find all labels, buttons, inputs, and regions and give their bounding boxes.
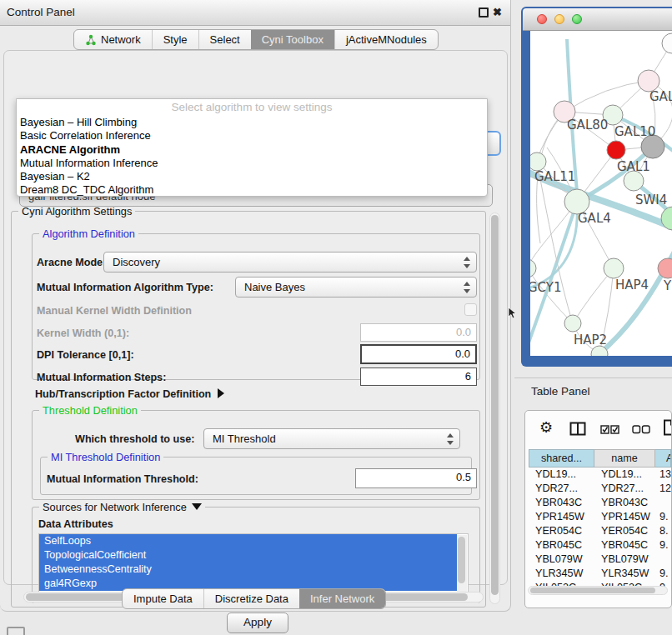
split-columns-icon[interactable] (569, 422, 586, 436)
dpi-tolerance-field[interactable]: 0.0 (360, 344, 477, 364)
tab-network[interactable]: Network (74, 30, 152, 49)
network-node-label: HAP4 (615, 278, 649, 292)
algorithm-option[interactable]: ARACNE Algorithm (20, 143, 484, 157)
table-row[interactable]: YPR145WYPR145W9. (529, 510, 671, 524)
algorithm-option[interactable]: Mutual Information Inference (20, 157, 484, 170)
table-row[interactable]: YBR043CYBR043C (529, 496, 671, 510)
tab-label: jActiveMNodules (346, 33, 427, 46)
cell-name: YBR043C (594, 496, 655, 510)
data-attributes-list: SelfLoopsTopologicalCoefficientBetweenne… (38, 533, 469, 593)
cell-shared: YPR145W (529, 510, 594, 524)
column-header-name[interactable]: name (594, 449, 655, 468)
apply-button[interactable]: Apply (227, 612, 288, 633)
stepper-icon (463, 281, 470, 294)
zoom-light-icon[interactable] (572, 14, 582, 24)
kernel-width-label: Kernel Width (0,1): (37, 328, 129, 339)
combo-value: Discovery (113, 256, 160, 268)
network-node-label: GAL11 (534, 169, 575, 184)
which-threshold-combo[interactable]: MI Threshold (203, 428, 460, 449)
settings-vertical-scrollbar[interactable] (489, 212, 500, 604)
network-node-label: GAL80 (567, 118, 608, 132)
network-view-window: GALGAL80GAL10GAL1GAL11SWI4GAL4GCY1HAP4YH… (521, 7, 672, 367)
table-row[interactable]: YLR345WYLR345W9. (529, 567, 671, 581)
table-row[interactable]: YBR045CYBR045C9. (529, 538, 671, 552)
network-node-label: GAL4 (578, 211, 611, 226)
column-header-shared[interactable]: shared... (529, 449, 594, 468)
tab-impute-data[interactable]: Impute Data (123, 589, 203, 608)
cell-name: YER054C (594, 524, 655, 538)
table-header: shared... name A (529, 449, 671, 468)
tab-style[interactable]: Style (152, 30, 198, 49)
page-icon[interactable] (663, 419, 672, 436)
tab-discretize-data[interactable]: Discretize Data (203, 589, 299, 608)
table-row[interactable]: YDL19...YDL19...13 (529, 468, 671, 482)
algorithm-dropdown-list: Select algorithm to view settings Bayesi… (16, 98, 488, 197)
table-row[interactable]: YDR27...YDR27...12 (529, 482, 671, 496)
network-window-titlebar (523, 8, 672, 31)
network-node-label: GAL1 (617, 159, 650, 174)
chevron-down-icon[interactable] (192, 503, 202, 510)
mi-type-label: Mutual Information Algorithm Type: (37, 282, 213, 293)
minimize-light-icon[interactable] (554, 14, 564, 24)
panel-title: Control Panel (7, 0, 75, 25)
algorithm-option[interactable]: Basic Correlation Inference (20, 129, 484, 142)
float-icon[interactable] (479, 8, 489, 18)
tab-infer-network[interactable]: Infer Network (299, 589, 385, 608)
aracne-mode-combo[interactable]: Discovery (103, 252, 477, 272)
attributes-scrollbar[interactable] (457, 535, 467, 592)
mi-threshold-field[interactable]: 0.5 (355, 468, 477, 488)
stepper-icon (446, 432, 454, 446)
network-node[interactable] (564, 315, 581, 332)
tab-jactivemnodules[interactable]: jActiveMNodules (334, 30, 438, 49)
data-attribute-item[interactable]: TopologicalCoefficient (39, 548, 457, 562)
sources-title: Sources for Network Inference (43, 501, 187, 513)
manual-kernel-label: Manual Kernel Width Definition (37, 305, 192, 317)
cell-name: YDR27... (594, 482, 655, 496)
data-attribute-item[interactable]: SelfLoops (39, 534, 457, 548)
algorithm-option[interactable]: Bayesian – Hill Climbing (20, 116, 484, 129)
cell-value: 9. (655, 510, 671, 524)
combo-value: MI Threshold (213, 432, 276, 445)
table-row[interactable]: YER054CYER054C8. (529, 524, 671, 538)
dropdown-placeholder: Select algorithm to view settings (17, 101, 487, 113)
data-attribute-item[interactable]: BetweennessCentrality (39, 562, 457, 577)
network-node[interactable] (604, 258, 624, 278)
network-node[interactable] (530, 259, 536, 278)
network-node[interactable] (530, 152, 546, 171)
which-threshold-label: Which threshold to use: (75, 433, 194, 445)
table-row[interactable]: YBL079WYBL079W (529, 552, 671, 567)
mi-steps-field[interactable]: 6 (360, 368, 477, 386)
network-node[interactable] (607, 141, 625, 159)
control-panel-titlebar: Control Panel ✖ (0, 0, 510, 26)
table-horizontal-scrollbar[interactable] (528, 586, 668, 595)
cell-value: 12 (655, 482, 671, 496)
tab-select[interactable]: Select (198, 30, 251, 49)
hub-section-label: Hub/Transcription Factor Definition (35, 388, 211, 400)
mi-type-combo[interactable]: Naive Bayes (235, 277, 477, 298)
hub-section-toggle[interactable]: Hub/Transcription Factor Definition (35, 388, 224, 400)
dock-panel-icon[interactable] (7, 627, 25, 635)
network-graph: GALGAL80GAL10GAL1GAL11SWI4GAL4GCY1HAP4YH… (530, 31, 672, 356)
data-attributes-label: Data Attributes (38, 518, 113, 530)
checked-boxes-icon[interactable] (600, 425, 619, 434)
tab-cyni-toolbox[interactable]: Cyni Toolbox (251, 30, 334, 49)
manual-kernel-checkbox[interactable] (464, 303, 477, 316)
gear-icon[interactable]: ⚙ (539, 418, 553, 437)
algorithm-option[interactable]: Bayesian – K2 (20, 170, 484, 183)
kernel-width-field[interactable]: 0.0 (360, 323, 477, 342)
close-light-icon[interactable] (537, 14, 547, 24)
network-canvas[interactable]: GALGAL80GAL10GAL1GAL11SWI4GAL4GCY1HAP4YH… (530, 31, 672, 356)
group-title: MI Threshold Definition (48, 451, 163, 463)
chevron-right-icon (218, 388, 224, 398)
unchecked-boxes-icon[interactable] (632, 425, 650, 434)
network-node[interactable] (662, 33, 672, 53)
cell-shared: YER054C (529, 524, 594, 538)
cell-value: 8. (655, 524, 671, 538)
tab-label: Network (101, 33, 141, 46)
column-header-partial[interactable]: A (655, 449, 671, 468)
cell-shared: YBR043C (529, 496, 594, 510)
cell-value: 13 (655, 468, 671, 482)
close-icon[interactable]: ✖ (493, 8, 502, 17)
algorithm-option[interactable]: Dream8 DC_TDC Algorithm (20, 183, 484, 197)
group-title: Sources for Network Inference (39, 501, 205, 513)
